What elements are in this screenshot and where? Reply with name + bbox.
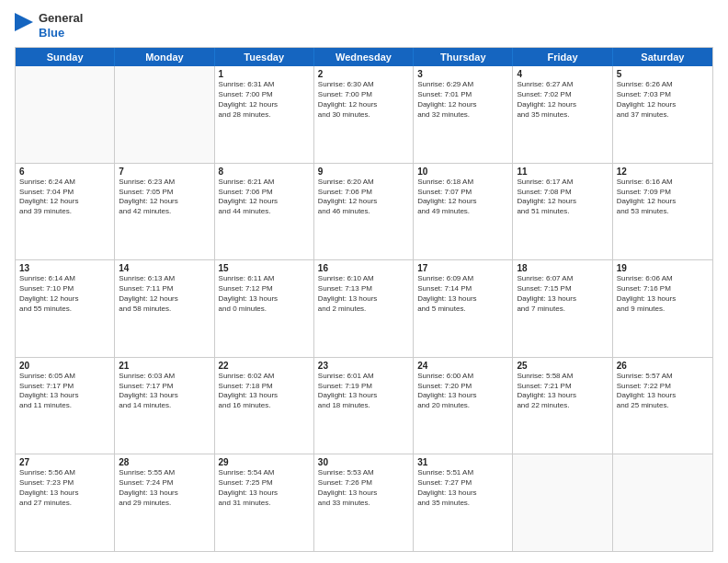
day-details: Sunrise: 5:55 AM Sunset: 7:24 PM Dayligh… <box>119 468 210 508</box>
day-number: 29 <box>219 457 310 467</box>
calendar-cell: 7Sunrise: 6:23 AM Sunset: 7:05 PM Daylig… <box>115 164 214 260</box>
calendar-cell: 19Sunrise: 6:06 AM Sunset: 7:16 PM Dayli… <box>613 260 712 357</box>
day-number: 1 <box>219 69 310 79</box>
calendar-body: 1Sunrise: 6:31 AM Sunset: 7:00 PM Daylig… <box>16 66 712 551</box>
day-details: Sunrise: 6:01 AM Sunset: 7:19 PM Dayligh… <box>318 372 409 411</box>
day-details: Sunrise: 6:07 AM Sunset: 7:15 PM Dayligh… <box>517 274 608 314</box>
weekday-header-tuesday: Tuesday <box>215 48 314 66</box>
weekday-header-monday: Monday <box>115 48 214 66</box>
day-number: 6 <box>19 167 110 177</box>
day-number: 8 <box>219 167 310 177</box>
calendar-cell: 21Sunrise: 6:03 AM Sunset: 7:17 PM Dayli… <box>115 358 214 454</box>
svg-marker-0 <box>15 13 33 31</box>
day-details: Sunrise: 6:30 AM Sunset: 7:00 PM Dayligh… <box>318 80 409 120</box>
day-number: 28 <box>119 457 210 467</box>
weekday-header-friday: Friday <box>513 48 612 66</box>
day-number: 18 <box>517 263 608 273</box>
day-number: 3 <box>417 69 508 79</box>
day-details: Sunrise: 6:31 AM Sunset: 7:00 PM Dayligh… <box>219 80 310 120</box>
day-details: Sunrise: 6:18 AM Sunset: 7:07 PM Dayligh… <box>417 178 508 217</box>
day-number: 13 <box>19 263 110 273</box>
day-details: Sunrise: 5:56 AM Sunset: 7:23 PM Dayligh… <box>19 468 110 508</box>
calendar-cell: 18Sunrise: 6:07 AM Sunset: 7:15 PM Dayli… <box>513 260 612 357</box>
calendar-cell <box>115 66 214 163</box>
day-details: Sunrise: 6:10 AM Sunset: 7:13 PM Dayligh… <box>318 274 409 314</box>
logo: GeneralBlue <box>15 11 83 40</box>
calendar-cell: 6Sunrise: 6:24 AM Sunset: 7:04 PM Daylig… <box>16 164 115 260</box>
day-number: 26 <box>617 361 709 371</box>
calendar-cell: 22Sunrise: 6:02 AM Sunset: 7:18 PM Dayli… <box>215 358 314 454</box>
day-details: Sunrise: 6:23 AM Sunset: 7:05 PM Dayligh… <box>119 178 210 217</box>
calendar-cell: 30Sunrise: 5:53 AM Sunset: 7:26 PM Dayli… <box>314 454 414 551</box>
day-number: 19 <box>617 263 709 273</box>
day-details: Sunrise: 6:14 AM Sunset: 7:10 PM Dayligh… <box>19 274 110 314</box>
calendar-cell: 2Sunrise: 6:30 AM Sunset: 7:00 PM Daylig… <box>314 66 414 163</box>
day-number: 9 <box>318 167 409 177</box>
day-number: 4 <box>517 69 608 79</box>
day-details: Sunrise: 5:53 AM Sunset: 7:26 PM Dayligh… <box>318 468 409 508</box>
day-details: Sunrise: 6:09 AM Sunset: 7:14 PM Dayligh… <box>417 274 508 314</box>
calendar-cell: 4Sunrise: 6:27 AM Sunset: 7:02 PM Daylig… <box>513 66 612 163</box>
calendar-cell: 25Sunrise: 5:58 AM Sunset: 7:21 PM Dayli… <box>513 358 612 454</box>
calendar-cell: 3Sunrise: 6:29 AM Sunset: 7:01 PM Daylig… <box>414 66 513 163</box>
day-number: 2 <box>318 69 409 79</box>
day-number: 16 <box>318 263 409 273</box>
calendar-cell: 1Sunrise: 6:31 AM Sunset: 7:00 PM Daylig… <box>215 66 314 163</box>
day-number: 24 <box>417 361 508 371</box>
calendar-cell <box>513 454 612 551</box>
header: GeneralBlue <box>15 11 713 40</box>
day-number: 20 <box>19 361 110 371</box>
logo-blue: Blue <box>39 26 83 40</box>
calendar-cell: 20Sunrise: 6:05 AM Sunset: 7:17 PM Dayli… <box>16 358 115 454</box>
day-details: Sunrise: 6:27 AM Sunset: 7:02 PM Dayligh… <box>517 80 608 120</box>
weekday-header-wednesday: Wednesday <box>314 48 414 66</box>
calendar: SundayMondayTuesdayWednesdayThursdayFrid… <box>15 47 713 552</box>
day-details: Sunrise: 6:11 AM Sunset: 7:12 PM Dayligh… <box>219 274 310 314</box>
day-details: Sunrise: 6:21 AM Sunset: 7:06 PM Dayligh… <box>219 178 310 217</box>
day-details: Sunrise: 6:00 AM Sunset: 7:20 PM Dayligh… <box>417 372 508 411</box>
calendar-cell: 13Sunrise: 6:14 AM Sunset: 7:10 PM Dayli… <box>16 260 115 357</box>
logo-general: General <box>39 11 83 26</box>
day-details: Sunrise: 6:17 AM Sunset: 7:08 PM Dayligh… <box>517 178 608 217</box>
day-number: 21 <box>119 361 210 371</box>
day-details: Sunrise: 5:51 AM Sunset: 7:27 PM Dayligh… <box>417 468 508 508</box>
calendar-cell: 15Sunrise: 6:11 AM Sunset: 7:12 PM Dayli… <box>215 260 314 357</box>
day-number: 11 <box>517 167 608 177</box>
calendar-row-0: 1Sunrise: 6:31 AM Sunset: 7:00 PM Daylig… <box>16 66 712 163</box>
day-details: Sunrise: 6:29 AM Sunset: 7:01 PM Dayligh… <box>417 80 508 120</box>
day-details: Sunrise: 6:24 AM Sunset: 7:04 PM Dayligh… <box>19 178 110 217</box>
day-number: 17 <box>417 263 508 273</box>
calendar-cell: 8Sunrise: 6:21 AM Sunset: 7:06 PM Daylig… <box>215 164 314 260</box>
calendar-cell: 14Sunrise: 6:13 AM Sunset: 7:11 PM Dayli… <box>115 260 214 357</box>
day-number: 15 <box>219 263 310 273</box>
calendar-cell: 5Sunrise: 6:26 AM Sunset: 7:03 PM Daylig… <box>613 66 712 163</box>
day-number: 31 <box>417 457 508 467</box>
calendar-cell: 9Sunrise: 6:20 AM Sunset: 7:06 PM Daylig… <box>314 164 414 260</box>
day-number: 14 <box>119 263 210 273</box>
day-details: Sunrise: 6:03 AM Sunset: 7:17 PM Dayligh… <box>119 372 210 411</box>
day-details: Sunrise: 5:58 AM Sunset: 7:21 PM Dayligh… <box>517 372 608 411</box>
weekday-header-saturday: Saturday <box>613 48 712 66</box>
day-details: Sunrise: 5:57 AM Sunset: 7:22 PM Dayligh… <box>617 372 709 411</box>
day-number: 5 <box>617 69 709 79</box>
day-number: 10 <box>417 167 508 177</box>
day-number: 23 <box>318 361 409 371</box>
day-number: 22 <box>219 361 310 371</box>
weekday-header-thursday: Thursday <box>414 48 513 66</box>
weekday-header-sunday: Sunday <box>16 48 115 66</box>
day-details: Sunrise: 6:05 AM Sunset: 7:17 PM Dayligh… <box>19 372 110 411</box>
calendar-cell: 24Sunrise: 6:00 AM Sunset: 7:20 PM Dayli… <box>414 358 513 454</box>
calendar-row-4: 27Sunrise: 5:56 AM Sunset: 7:23 PM Dayli… <box>16 454 712 551</box>
calendar-cell: 16Sunrise: 6:10 AM Sunset: 7:13 PM Dayli… <box>314 260 414 357</box>
day-number: 25 <box>517 361 608 371</box>
calendar-cell: 11Sunrise: 6:17 AM Sunset: 7:08 PM Dayli… <box>513 164 612 260</box>
calendar-row-3: 20Sunrise: 6:05 AM Sunset: 7:17 PM Dayli… <box>16 357 712 454</box>
calendar-cell: 31Sunrise: 5:51 AM Sunset: 7:27 PM Dayli… <box>414 454 513 551</box>
calendar-cell: 27Sunrise: 5:56 AM Sunset: 7:23 PM Dayli… <box>16 454 115 551</box>
day-details: Sunrise: 6:20 AM Sunset: 7:06 PM Dayligh… <box>318 178 409 217</box>
day-number: 27 <box>19 457 110 467</box>
day-number: 30 <box>318 457 409 467</box>
calendar-row-1: 6Sunrise: 6:24 AM Sunset: 7:04 PM Daylig… <box>16 163 712 260</box>
day-number: 12 <box>617 167 709 177</box>
calendar-cell: 23Sunrise: 6:01 AM Sunset: 7:19 PM Dayli… <box>314 358 414 454</box>
